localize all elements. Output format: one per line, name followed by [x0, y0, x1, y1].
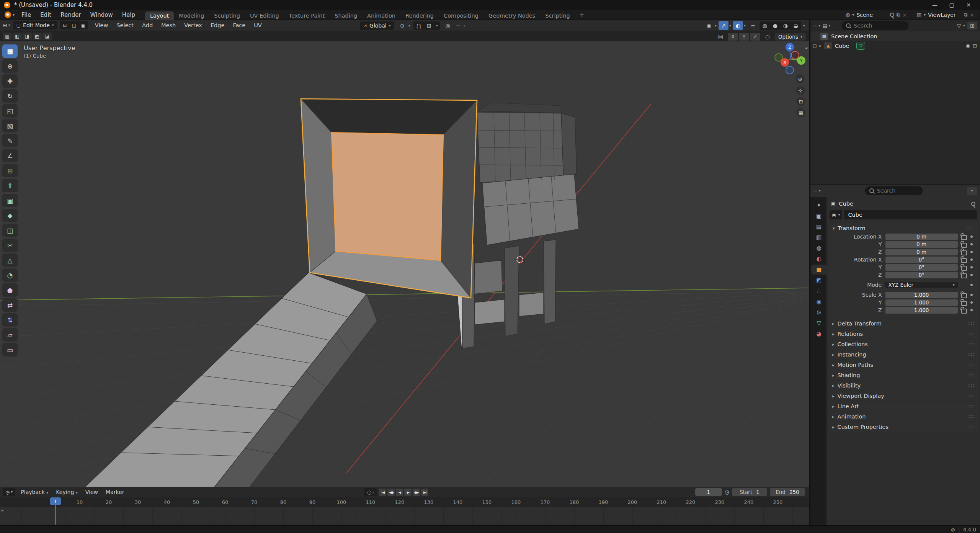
xray-toggle-icon[interactable]: ▱	[748, 21, 758, 30]
collapsed-panel[interactable]: ▸ Delta Transform ∷∷	[829, 319, 978, 328]
collapsed-panel[interactable]: ▸ Relations ∷∷	[829, 329, 978, 338]
shading-button-rendered-shading[interactable]: ◒	[791, 22, 801, 29]
tool-button-cursor[interactable]: ⊕	[2, 59, 18, 73]
properties-tab-output[interactable]: ▤	[811, 222, 826, 232]
viewport-menu-item[interactable]: Vertex	[180, 22, 206, 28]
copy-icon[interactable]: ⧉	[897, 12, 900, 18]
tool-button-shrink-fatten[interactable]: ⇅	[2, 313, 18, 327]
transport-button-jump-to-start[interactable]: |◀	[379, 489, 386, 496]
rotation-mode-dropdown[interactable]: XYZ Euler ▾	[885, 282, 957, 288]
transport-button-jump-next-keyframe[interactable]: ◆▶	[413, 489, 420, 496]
mirror-axis-button[interactable]: X	[728, 33, 738, 41]
value-field[interactable]: 1.000	[885, 307, 958, 314]
navigation-gizmo[interactable]: Z Y X	[766, 42, 808, 80]
current-frame-field[interactable]: 1	[695, 488, 722, 496]
workspace-tab[interactable]: UV Editing	[245, 11, 284, 20]
collapsed-panel[interactable]: ▸ Animation ∷∷	[829, 412, 978, 421]
properties-tab-object[interactable]: ■	[811, 265, 826, 275]
outliner-row-cube[interactable]: ▢ ▸ ▲ Cube ▽ ◉ ⊡	[810, 41, 980, 51]
tool-button-add-cube[interactable]: ⊞	[2, 164, 18, 177]
breadcrumb[interactable]: Cube	[839, 201, 853, 207]
tool-button-poly-build[interactable]: △	[2, 253, 18, 267]
timeline-channels[interactable]: ▸	[0, 507, 809, 525]
tool-button-smooth[interactable]: ●	[2, 283, 18, 297]
filter-icon[interactable]: ▽	[957, 23, 961, 29]
select-option-button-select-extend[interactable]: ◧	[13, 33, 22, 40]
lock-icon[interactable]	[961, 243, 967, 248]
show-overlays-icon[interactable]: ◐	[733, 21, 743, 30]
properties-tab-render[interactable]: ▣	[811, 211, 826, 221]
transform-panel-title[interactable]: Transform	[838, 225, 866, 231]
menubar-item[interactable]: Help	[118, 11, 140, 18]
drag-handle-icon[interactable]: ∷∷	[967, 226, 974, 231]
lock-icon[interactable]	[961, 309, 967, 314]
viewport-menu-item[interactable]: Mesh	[157, 22, 180, 28]
auto-keying-button[interactable]: ○ ▾	[364, 488, 377, 496]
mirror-axis-button[interactable]: Y	[739, 33, 749, 41]
value-field[interactable]: 1.000	[885, 292, 958, 298]
chevron-down-icon[interactable]: ▾	[434, 24, 439, 28]
select-mode-button-vertex-mode[interactable]: ⊡	[60, 21, 69, 29]
value-field[interactable]: 1.000	[885, 299, 958, 306]
viewport-menu-item[interactable]: Select	[112, 22, 138, 28]
scene-selector[interactable]: ◍ ▾ Scene ⧉ ×	[842, 10, 910, 19]
workspace-tab[interactable]: Sculpting	[209, 11, 245, 20]
timeline-editor-type-button[interactable]: ◷ ▾	[3, 488, 15, 496]
collapsed-panel[interactable]: ▸ Collections ∷∷	[829, 340, 978, 349]
collapsed-panel[interactable]: ▸ Custom Properties ∷∷	[829, 422, 978, 432]
properties-tab-constraints[interactable]: ⊚	[811, 307, 826, 317]
menubar-item[interactable]: File	[17, 11, 36, 18]
viewport-menu-item[interactable]: View	[91, 22, 112, 28]
tool-button-shear[interactable]: ▱	[2, 328, 18, 342]
collapsed-panel[interactable]: ▸ Instancing ∷∷	[829, 350, 978, 359]
properties-search-input[interactable]: Search	[865, 186, 923, 195]
chevron-down-icon[interactable]: ▾	[715, 24, 717, 28]
close-button[interactable]: ✕	[961, 1, 976, 10]
timeline-menu-item[interactable]: View	[82, 489, 102, 495]
chevron-down-icon[interactable]: ▾	[963, 24, 965, 28]
chevron-down-icon[interactable]: ▾	[744, 24, 746, 28]
proportional-edit-icon[interactable]: ◎	[443, 21, 453, 30]
value-field[interactable]: 0 m	[885, 241, 958, 248]
tool-button-loop-cut[interactable]: ◫	[2, 224, 18, 237]
transport-button-jump-prev-keyframe[interactable]: ◀◆	[387, 489, 395, 496]
viewport-scene[interactable]	[0, 41, 809, 487]
collapsed-panel[interactable]: ▸ Motion Paths ∷∷	[829, 360, 978, 370]
menubar-item[interactable]: Render	[56, 11, 85, 18]
workspace-tab[interactable]: Layout	[145, 11, 174, 20]
falloff-icon[interactable]: ~	[453, 21, 463, 30]
workspace-tab[interactable]: Texture Paint	[284, 11, 330, 20]
tool-button-move[interactable]: ✚	[2, 74, 18, 88]
pin-icon[interactable]	[890, 13, 894, 17]
outliner-search-input[interactable]: Search	[842, 21, 908, 30]
unlink-icon[interactable]: ×	[970, 12, 974, 18]
select-option-button-select-set[interactable]: ▦	[3, 33, 12, 40]
properties-options-button[interactable]: ▾	[967, 187, 977, 195]
maximize-button[interactable]: ▢	[944, 1, 959, 10]
orientation-selector[interactable]: ⊿ Global ▾	[360, 21, 394, 30]
collapsed-panel[interactable]: ▸ Viewport Display ∷∷	[829, 391, 978, 401]
pin-icon[interactable]	[971, 202, 975, 206]
pan-icon[interactable]: ⊹	[796, 86, 805, 95]
object-name-input[interactable]: Cube	[844, 210, 977, 219]
mode-selector[interactable]: ▢ Edit Mode ▾	[13, 21, 57, 29]
timeline-menu-item[interactable]: Marker	[102, 489, 128, 495]
select-mode-button-edge-mode[interactable]: ◫	[70, 21, 78, 29]
lock-icon[interactable]	[961, 266, 967, 271]
value-field[interactable]: 0°	[885, 264, 958, 271]
transport-button-play-reverse[interactable]: ◀	[396, 489, 403, 496]
camera-icon[interactable]: ⊡	[973, 43, 977, 49]
viewport-canvas[interactable]: User Perspective (1) Cube ▦⊕✚↻◱▧✎∠⊞⇧▣◆◫✂…	[0, 41, 809, 487]
unlink-icon[interactable]: ×	[902, 12, 907, 18]
workspace-tab[interactable]: Shading	[330, 11, 362, 20]
chevron-down-icon[interactable]: ▾	[833, 226, 835, 231]
animate-dot-icon[interactable]	[970, 284, 973, 286]
menubar-item[interactable]: Edit	[36, 11, 56, 18]
properties-tab-particles[interactable]: ∴	[811, 286, 826, 296]
lock-icon[interactable]	[961, 273, 967, 278]
show-gizmo-icon[interactable]: ↗	[719, 21, 728, 30]
frame-end-field[interactable]: End250	[770, 488, 805, 496]
zoom-icon[interactable]: ⊕	[795, 74, 805, 83]
sidebar-collapse-icon[interactable]: ◂	[805, 45, 807, 51]
channel-expand-icon[interactable]: ▸	[2, 508, 4, 513]
